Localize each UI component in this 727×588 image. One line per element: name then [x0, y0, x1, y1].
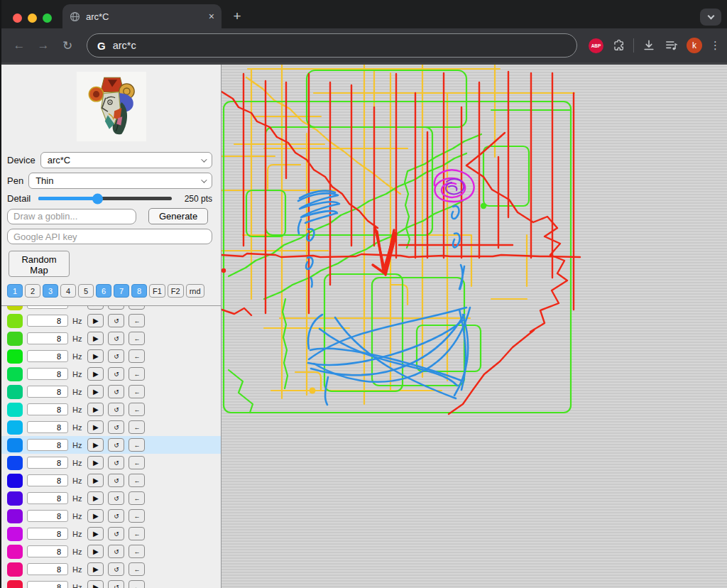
plot-canvas[interactable]	[222, 65, 727, 588]
channel-play-button[interactable]: ▶	[87, 349, 104, 363]
channel-loop-button[interactable]: ↺	[108, 545, 124, 558]
channel-play-button[interactable]: ▶	[87, 580, 104, 588]
channel-back-button[interactable]: ←	[129, 545, 145, 558]
channel-loop-button[interactable]: ↺	[108, 580, 124, 588]
channel-back-button[interactable]: ←	[129, 305, 145, 310]
channel-loop-button[interactable]: ↺	[108, 367, 124, 381]
channel-color-swatch[interactable]	[7, 314, 23, 328]
channel-hz-input[interactable]	[27, 581, 68, 588]
channel-back-button[interactable]: ←	[129, 367, 145, 381]
channel-loop-button[interactable]: ↺	[108, 474, 124, 487]
channel-color-swatch[interactable]	[7, 332, 23, 346]
pen-select[interactable]: Thin	[28, 173, 212, 189]
mode-button[interactable]: F1	[149, 284, 165, 298]
channel-loop-button[interactable]: ↺	[108, 491, 124, 505]
random-map-button[interactable]: Random Map	[9, 251, 70, 277]
channel-color-swatch[interactable]	[7, 305, 23, 310]
channel-hz-input[interactable]	[27, 305, 68, 309]
channel-hz-input[interactable]	[27, 386, 68, 398]
maximize-window-button[interactable]	[43, 13, 52, 23]
device-select[interactable]: arc*C	[40, 152, 212, 168]
channel-hz-input[interactable]	[27, 403, 68, 415]
channel-color-swatch[interactable]	[7, 403, 23, 417]
extensions-puzzle-icon[interactable]	[611, 38, 625, 53]
channel-color-swatch[interactable]	[7, 367, 23, 381]
channel-back-button[interactable]: ←	[129, 509, 145, 523]
minimize-window-button[interactable]	[28, 13, 37, 23]
channel-loop-button[interactable]: ↺	[108, 332, 124, 345]
channel-play-button[interactable]: ▶	[87, 509, 104, 523]
channel-loop-button[interactable]: ↺	[108, 562, 124, 576]
channel-loop-button[interactable]: ↺	[108, 438, 124, 452]
channel-color-swatch[interactable]	[7, 438, 23, 452]
mode-button[interactable]: 7	[114, 284, 129, 298]
channel-color-swatch[interactable]	[7, 491, 23, 506]
address-bar[interactable]: G arc*c	[87, 33, 577, 58]
channel-hz-input[interactable]	[27, 474, 68, 486]
profile-avatar[interactable]: k	[687, 38, 702, 53]
channel-color-swatch[interactable]	[7, 527, 23, 541]
channel-back-button[interactable]: ←	[129, 385, 145, 398]
media-controls-icon[interactable]	[664, 38, 679, 53]
channel-loop-button[interactable]: ↺	[108, 349, 124, 363]
detail-slider[interactable]	[38, 197, 172, 200]
channel-color-swatch[interactable]	[7, 349, 23, 364]
mode-button[interactable]: 6	[96, 284, 111, 298]
channel-back-button[interactable]: ←	[129, 474, 145, 487]
channel-back-button[interactable]: ←	[129, 332, 145, 345]
api-key-input[interactable]	[7, 229, 212, 244]
back-button[interactable]: ←	[9, 35, 30, 56]
channel-loop-button[interactable]: ↺	[108, 527, 124, 540]
prompt-input[interactable]	[7, 209, 136, 224]
channel-loop-button[interactable]: ↺	[108, 305, 124, 310]
channel-color-swatch[interactable]	[7, 456, 23, 470]
adblock-extension-icon[interactable]: ABP	[589, 38, 603, 53]
channel-play-button[interactable]: ▶	[87, 385, 104, 398]
channel-hz-input[interactable]	[27, 368, 68, 380]
channel-play-button[interactable]: ▶	[87, 367, 104, 381]
active-tab[interactable]: arc*C ×	[62, 4, 222, 28]
channel-color-swatch[interactable]	[7, 509, 23, 523]
channel-hz-input[interactable]	[27, 528, 68, 540]
close-tab-icon[interactable]: ×	[209, 11, 214, 22]
download-icon[interactable]	[642, 38, 656, 53]
channel-play-button[interactable]: ▶	[87, 456, 104, 469]
generate-button[interactable]: Generate	[148, 208, 208, 224]
mode-button[interactable]: rnd	[186, 284, 204, 298]
mode-button[interactable]: 2	[25, 284, 40, 298]
mode-button[interactable]: F2	[168, 284, 184, 298]
channel-hz-input[interactable]	[27, 457, 68, 469]
channel-hz-input[interactable]	[27, 350, 68, 362]
channel-hz-input[interactable]	[27, 421, 68, 433]
channel-color-swatch[interactable]	[7, 420, 23, 435]
close-window-button[interactable]	[13, 13, 22, 23]
channel-color-swatch[interactable]	[7, 385, 23, 399]
channel-color-swatch[interactable]	[7, 562, 23, 577]
channel-hz-input[interactable]	[27, 332, 68, 344]
slider-thumb[interactable]	[92, 193, 103, 204]
channel-back-button[interactable]: ←	[129, 314, 145, 327]
mode-button[interactable]: 3	[43, 284, 58, 298]
mode-button[interactable]: 5	[78, 284, 94, 298]
channel-back-button[interactable]: ←	[129, 527, 145, 540]
channel-play-button[interactable]: ▶	[87, 332, 104, 345]
channel-play-button[interactable]: ▶	[87, 314, 104, 327]
channel-loop-button[interactable]: ↺	[108, 509, 124, 523]
channel-play-button[interactable]: ▶	[87, 527, 104, 540]
channel-play-button[interactable]: ▶	[87, 305, 104, 310]
channel-back-button[interactable]: ←	[129, 456, 145, 469]
new-tab-button[interactable]: +	[227, 6, 247, 26]
channel-play-button[interactable]: ▶	[87, 438, 104, 452]
channel-back-button[interactable]: ←	[129, 491, 145, 505]
channel-play-button[interactable]: ▶	[87, 420, 104, 434]
channel-hz-input[interactable]	[27, 492, 68, 504]
reload-button[interactable]: ↻	[57, 35, 78, 56]
channel-loop-button[interactable]: ↺	[108, 314, 124, 327]
channel-hz-input[interactable]	[27, 510, 68, 522]
channel-play-button[interactable]: ▶	[87, 562, 104, 576]
channel-hz-input[interactable]	[27, 315, 68, 327]
channel-hz-input[interactable]	[27, 545, 68, 557]
channel-back-button[interactable]: ←	[129, 349, 145, 363]
channel-play-button[interactable]: ▶	[87, 403, 104, 416]
channel-back-button[interactable]: ←	[129, 438, 145, 452]
